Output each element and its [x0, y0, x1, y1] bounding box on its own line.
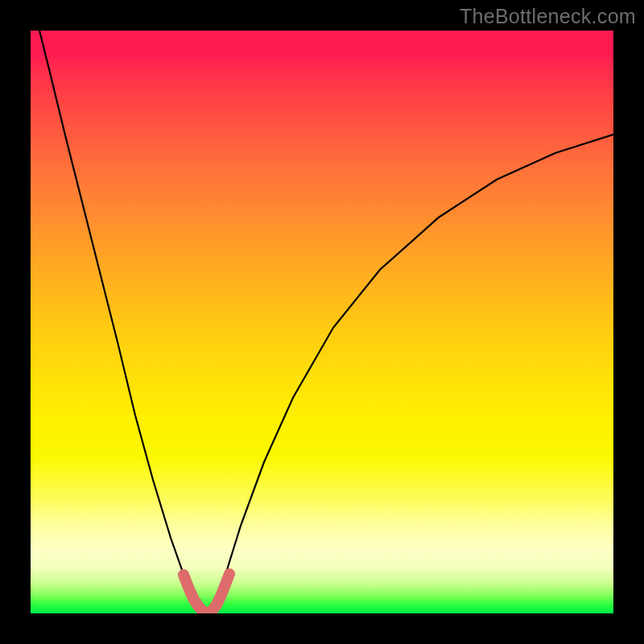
highlight-path	[184, 574, 229, 613]
highlight-segment	[31, 31, 613, 613]
watermark-text: TheBottleneck.com	[460, 5, 636, 28]
plot-area	[31, 31, 613, 613]
chart-frame: TheBottleneck.com	[0, 0, 644, 644]
